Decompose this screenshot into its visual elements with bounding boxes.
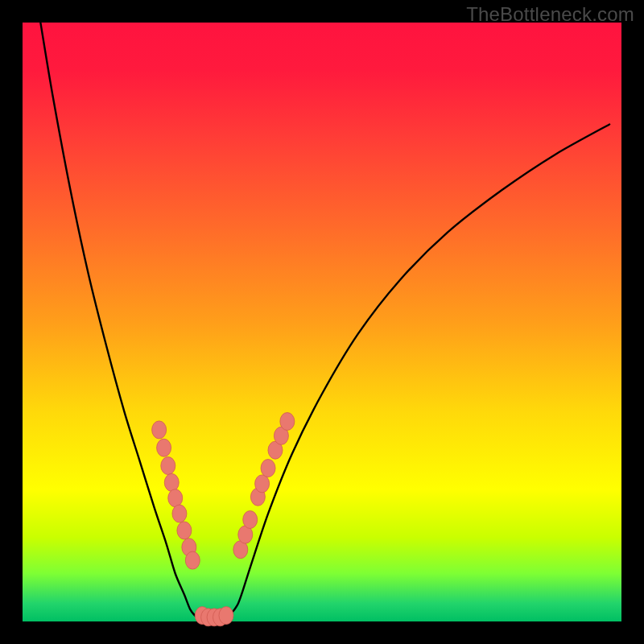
chart-frame: TheBottleneck.com [0, 0, 644, 644]
bottleneck-curve [23, 23, 621, 621]
bottleneck-line [40, 23, 609, 620]
data-marker [177, 522, 192, 539]
data-marker [157, 439, 171, 456]
data-marker [243, 511, 258, 529]
data-marker [172, 505, 187, 522]
data-marker [280, 413, 295, 431]
data-marker [161, 457, 175, 475]
watermark-text: TheBottleneck.com [466, 3, 634, 26]
data-marker [164, 473, 179, 491]
data-marker [152, 421, 167, 439]
data-marker [219, 607, 233, 625]
data-marker [261, 460, 275, 477]
plot-area [23, 23, 621, 621]
data-marker [185, 551, 200, 569]
data-marker [168, 489, 183, 507]
data-marker [255, 475, 270, 493]
